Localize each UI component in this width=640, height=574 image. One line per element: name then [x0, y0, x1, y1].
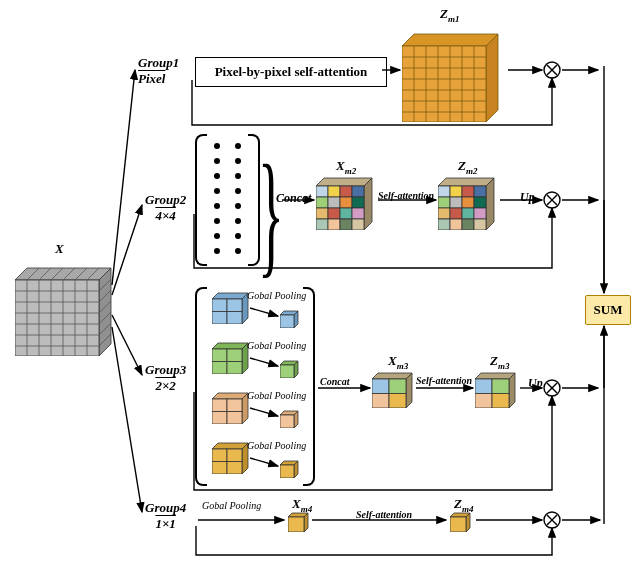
svg-point-49: [235, 188, 241, 194]
svg-point-44: [214, 158, 220, 164]
g3-pooled-blue: [280, 308, 302, 332]
svg-rect-139: [492, 379, 509, 394]
svg-rect-87: [450, 208, 462, 219]
svg-marker-28: [486, 34, 498, 122]
svg-rect-89: [474, 208, 486, 219]
svg-point-184: [544, 512, 560, 528]
svg-rect-73: [328, 219, 340, 230]
up-g2-label: Up: [520, 190, 535, 205]
group3-label: Group3 2×2: [145, 362, 186, 394]
svg-line-186: [547, 515, 557, 525]
svg-point-46: [214, 173, 220, 179]
svg-rect-86: [438, 208, 450, 219]
svg-marker-143: [304, 513, 308, 532]
svg-rect-111: [280, 365, 294, 378]
svg-marker-136: [475, 373, 515, 379]
globalpool-label-1: Gobal Pooling: [247, 290, 306, 301]
svg-rect-105: [212, 349, 227, 362]
svg-point-51: [235, 203, 241, 209]
group2-label: Group2 4×4: [145, 192, 186, 224]
svg-line-162: [250, 458, 278, 466]
g3-region-peach: [212, 388, 252, 428]
svg-marker-58: [316, 178, 372, 186]
svg-marker-77: [486, 178, 494, 230]
svg-rect-129: [280, 465, 294, 478]
svg-point-55: [235, 233, 241, 239]
zm1-label: Zm1: [440, 6, 459, 24]
selfattn-g2-label: Self-attention: [378, 190, 434, 201]
svg-rect-114: [212, 399, 227, 412]
input-cube-x: [15, 256, 125, 360]
bracket-g2-left: [195, 134, 207, 266]
g3-pooled-green: [280, 358, 302, 382]
globalpool-label-3: Gobal Pooling: [247, 390, 306, 401]
svg-rect-29: [402, 46, 486, 122]
svg-rect-125: [212, 462, 227, 475]
svg-rect-63: [352, 186, 364, 197]
svg-rect-134: [372, 394, 389, 409]
sum-box: SUM: [585, 295, 631, 325]
svg-rect-85: [474, 197, 486, 208]
svg-rect-78: [438, 186, 450, 197]
svg-point-42: [214, 143, 220, 149]
g3-region-green: [212, 338, 252, 378]
input-label: X: [55, 241, 64, 257]
svg-rect-98: [212, 312, 227, 325]
svg-point-47: [235, 173, 241, 179]
svg-rect-106: [227, 349, 242, 362]
svg-rect-74: [340, 219, 352, 230]
svg-rect-60: [316, 186, 328, 197]
svg-marker-59: [364, 178, 372, 230]
svg-rect-93: [474, 219, 486, 230]
svg-rect-115: [227, 399, 242, 412]
svg-point-181: [544, 380, 560, 396]
svg-marker-146: [466, 513, 470, 532]
svg-point-57: [235, 248, 241, 254]
svg-rect-79: [450, 186, 462, 197]
svg-rect-92: [462, 219, 474, 230]
svg-rect-99: [227, 312, 242, 325]
selfattn-g4-label: Self-attention: [356, 509, 412, 520]
svg-line-183: [547, 383, 557, 393]
svg-marker-137: [509, 373, 515, 408]
svg-rect-117: [227, 412, 242, 425]
svg-rect-68: [316, 208, 328, 219]
svg-marker-27: [402, 34, 498, 46]
svg-line-180: [547, 195, 557, 205]
globalpool-label-2: Gobal Pooling: [247, 340, 306, 351]
svg-point-52: [214, 218, 220, 224]
svg-line-182: [547, 383, 557, 393]
svg-rect-83: [450, 197, 462, 208]
bracket-g3-right: [303, 287, 315, 486]
svg-marker-0: [15, 268, 111, 280]
svg-point-43: [235, 143, 241, 149]
g3-region-blue: [212, 288, 252, 328]
svg-rect-133: [389, 379, 406, 394]
svg-line-176: [547, 65, 557, 75]
svg-rect-71: [352, 208, 364, 219]
svg-rect-84: [462, 197, 474, 208]
svg-line-160: [250, 358, 278, 366]
xm4-cube: [288, 510, 312, 536]
svg-rect-124: [227, 449, 242, 462]
zm1-cube: [402, 22, 512, 126]
zm4-cube: [450, 510, 474, 536]
svg-rect-62: [340, 186, 352, 197]
svg-rect-97: [227, 299, 242, 312]
zm3-cube: [475, 368, 521, 412]
svg-rect-88: [462, 208, 474, 219]
svg-rect-126: [227, 462, 242, 475]
concat-g2-label: Concat: [276, 191, 311, 206]
svg-marker-130: [372, 373, 412, 379]
svg-point-50: [214, 203, 220, 209]
svg-line-185: [547, 515, 557, 525]
svg-line-179: [547, 195, 557, 205]
g3-region-gold: [212, 438, 252, 478]
brace-icon: }: [258, 135, 284, 294]
svg-rect-147: [450, 517, 466, 532]
svg-rect-138: [475, 379, 492, 394]
svg-line-159: [250, 308, 278, 316]
svg-rect-81: [474, 186, 486, 197]
svg-rect-69: [328, 208, 340, 219]
globalpool-label-4: Gobal Pooling: [247, 440, 306, 451]
